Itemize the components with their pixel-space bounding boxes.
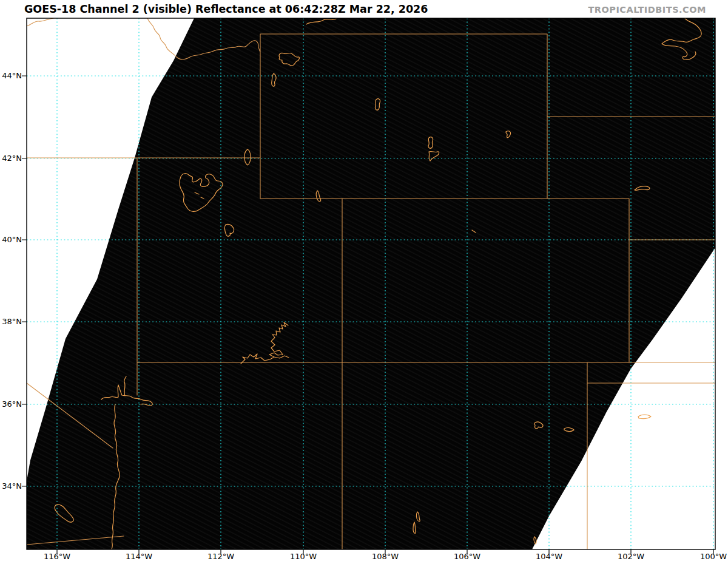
map-plot xyxy=(0,0,728,564)
x-tick-label: 106°W xyxy=(449,552,485,561)
x-tick-label: 100°W xyxy=(695,552,728,561)
x-tick-label: 104°W xyxy=(531,552,567,561)
y-tick-label: 34°N xyxy=(0,481,22,491)
x-tick-label: 102°W xyxy=(613,552,649,561)
y-tick-label: 38°N xyxy=(0,317,22,326)
y-tick-label: 36°N xyxy=(0,399,22,409)
y-axis-ticks xyxy=(22,76,27,486)
y-tick-label: 44°N xyxy=(0,71,22,80)
x-tick-label: 114°W xyxy=(121,552,157,561)
y-tick-label: 42°N xyxy=(0,154,22,163)
x-tick-label: 112°W xyxy=(203,552,239,561)
x-tick-label: 110°W xyxy=(285,552,322,561)
y-tick-label: 40°N xyxy=(0,235,22,244)
x-tick-label: 116°W xyxy=(39,552,75,561)
x-tick-label: 108°W xyxy=(367,552,403,561)
figure-root: GOES-18 Channel 2 (visible) Reflectance … xyxy=(0,0,728,564)
